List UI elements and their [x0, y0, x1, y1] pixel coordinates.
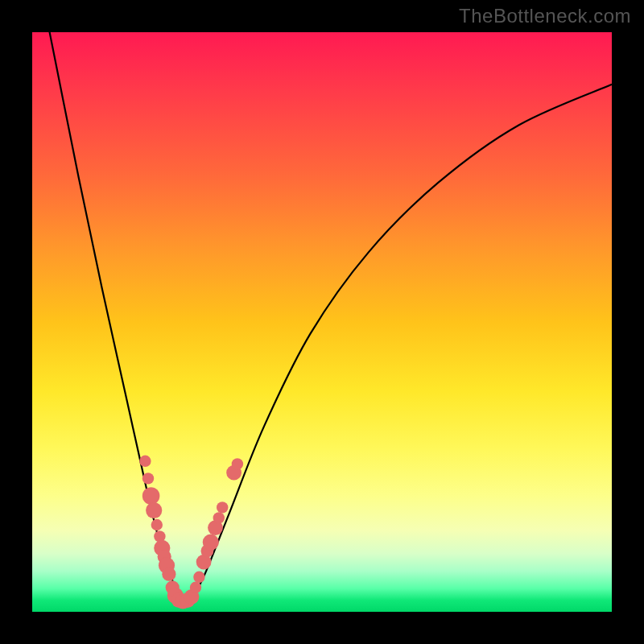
- marker-dot: [193, 572, 204, 583]
- chart-frame: TheBottleneck.com: [0, 0, 644, 644]
- marker-dot: [142, 487, 160, 505]
- marker-dot: [213, 512, 225, 523]
- marker-dot: [203, 535, 219, 551]
- marker-dot: [146, 502, 162, 518]
- plot-area: [32, 32, 612, 612]
- marker-dot: [232, 458, 243, 469]
- chart-svg: [32, 32, 612, 612]
- marker-dot: [162, 568, 175, 581]
- marker-dot: [142, 473, 154, 484]
- marker-dot: [217, 502, 228, 513]
- bottleneck-curve: [32, 32, 612, 601]
- marker-dot: [190, 582, 201, 593]
- watermark-text: TheBottleneck.com: [459, 5, 631, 27]
- marker-dots: [139, 456, 243, 609]
- marker-dot: [139, 456, 151, 467]
- marker-dot: [151, 519, 163, 530]
